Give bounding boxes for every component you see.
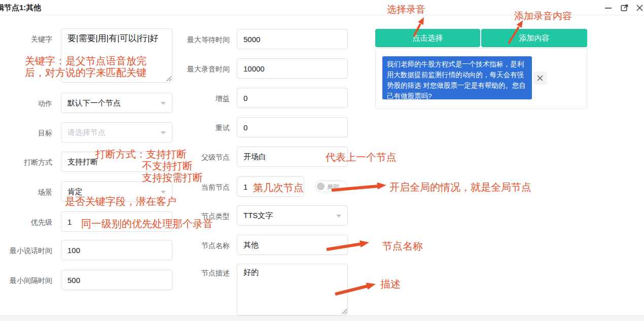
annotation-name-note: 节点名称 — [382, 239, 423, 253]
minimize-icon — [605, 5, 612, 11]
min-interval-time-label: 最小间隔时间 — [0, 276, 52, 286]
gain-input[interactable] — [237, 88, 348, 108]
max-record-time-input[interactable] — [237, 58, 348, 79]
minimize-button[interactable] — [601, 1, 615, 14]
annotation-arrow-node-name — [325, 238, 371, 252]
max-record-time-label: 最大录音时间 — [172, 65, 230, 74]
min-interval-time-input[interactable] — [61, 270, 172, 290]
annotation-current-note: 第几次节点 — [253, 181, 304, 195]
retry-label: 重试 — [172, 124, 230, 133]
action-label: 动作 — [0, 99, 52, 109]
min-speak-time-input[interactable] — [61, 240, 172, 260]
node-desc-label: 节点描述 — [172, 269, 230, 278]
add-content-button[interactable]: 添加内容 — [481, 29, 587, 47]
annotation-arrow-global — [330, 180, 388, 193]
remove-script-button[interactable] — [533, 72, 547, 85]
priority-label: 优先级 — [0, 218, 52, 227]
chevron-down-icon — [161, 102, 166, 105]
chevron-down-icon — [336, 215, 341, 218]
retry-input[interactable] — [237, 117, 348, 137]
max-wait-time-input[interactable] — [237, 29, 348, 49]
chevron-down-icon — [161, 131, 166, 134]
scene-label: 场景 — [0, 188, 52, 197]
target-label: 目标 — [0, 129, 52, 138]
edit-node-dialog: 辑节点1:其他 关键字 要|需要|用|有|可以|行|好 动作 默认下一个节点 目… — [0, 0, 644, 321]
target-select[interactable]: 请选择节点 — [61, 122, 172, 142]
keyword-label: 关键字 — [0, 35, 52, 44]
max-wait-time-label: 最大等待时间 — [172, 35, 230, 45]
dialog-title: 辑节点1:其他 — [0, 3, 41, 13]
min-speak-time-label: 最小说话时间 — [0, 246, 52, 256]
annotation-interrupt-line3: 支持按需打断 — [142, 171, 203, 185]
annotation-desc-note: 描述 — [380, 277, 401, 291]
chevron-down-icon — [161, 191, 166, 194]
gain-label: 增益 — [172, 94, 230, 103]
annotation-priority-note: 同一级别的优先处理那个录音 — [81, 217, 213, 231]
maximize-icon — [621, 4, 628, 12]
recording-script-item: 我们老师的牛股方程式是一个技术指标，是利用大数据提前监测行情的动向的，每天会有强… — [382, 56, 532, 99]
annotation-arrow-desc — [332, 280, 379, 296]
annotation-parent-note: 代表上一个节点 — [326, 151, 397, 164]
action-select[interactable]: 默认下一个节点 — [61, 93, 172, 113]
dialog-footer-edge — [0, 315, 644, 321]
annotation-arrow-add-recording — [505, 18, 526, 47]
annotation-scene-note: 是否关键字段，潜在客户 — [65, 195, 176, 208]
target-select-placeholder: 请选择节点 — [67, 128, 105, 137]
node-type-select-value: TTS文字 — [243, 211, 273, 221]
action-select-value: 默认下一个节点 — [67, 98, 121, 108]
toggle-knob-icon — [317, 183, 325, 190]
node-type-select[interactable]: TTS文字 — [237, 205, 348, 226]
resize-handle-icon[interactable] — [341, 308, 347, 314]
node-name-label: 节点名称 — [172, 241, 230, 251]
annotation-select-recording: 选择录音 — [387, 3, 425, 16]
interrupt-label: 打断方式 — [0, 158, 52, 167]
resize-handle-icon[interactable] — [166, 76, 171, 81]
annotation-arrow-select-recording — [409, 15, 429, 38]
close-icon — [636, 5, 643, 11]
annotation-keyword-line2: 后，对方说的字来匹配关键 — [25, 66, 147, 80]
close-icon — [537, 75, 543, 81]
maximize-button[interactable] — [618, 1, 631, 14]
node-desc-textarea[interactable]: 好的 — [237, 264, 348, 315]
annotation-global-note: 开启全局的情况，就是全局节点 — [389, 181, 531, 194]
close-button[interactable] — [633, 1, 644, 14]
